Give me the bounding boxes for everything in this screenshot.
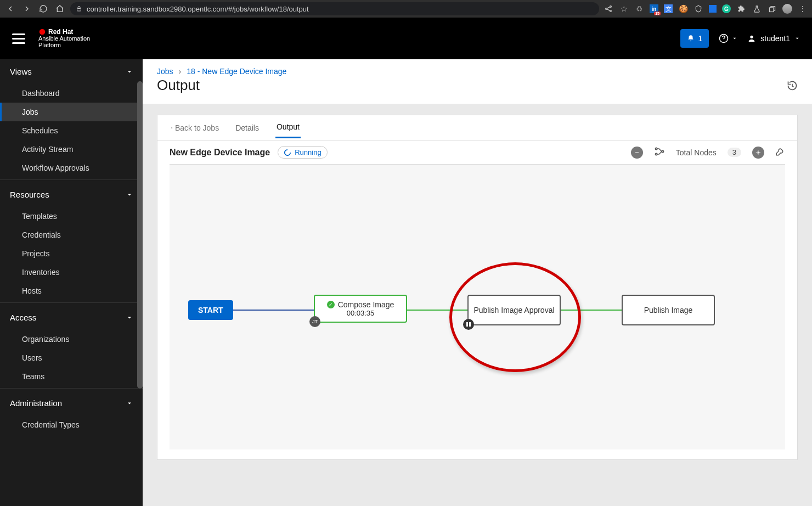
lock-icon (76, 5, 82, 12)
sidebar-item-inventories[interactable]: Inventories (0, 263, 143, 282)
sidebar-item-organizations[interactable]: Organizations (0, 330, 143, 348)
ext-translate-icon[interactable]: 文 (664, 4, 673, 13)
browser-chrome: controller.training.sandbox2980.opentlc.… (0, 0, 812, 18)
node-label: Publish Image (644, 306, 693, 314)
sidebar-scrollbar[interactable] (137, 81, 143, 389)
sidebar-section-views[interactable]: Views (0, 59, 143, 84)
workflow-node-compose-image[interactable]: ✓ Compose Image 00:03:35 JT (314, 295, 407, 323)
node-label: Publish Image Approval (473, 306, 554, 314)
breadcrumb-current[interactable]: 18 - New Edge Device Image (187, 67, 286, 76)
user-name: student1 (760, 34, 790, 43)
ext-cookie-icon[interactable]: 🍪 (678, 4, 688, 14)
back-to-jobs-link[interactable]: Back to Jobs (170, 123, 219, 132)
tab-details[interactable]: Details (234, 118, 260, 138)
compass-legend-icon[interactable] (752, 147, 764, 159)
tab-bar: Back to Jobs Details Output (157, 115, 797, 140)
svg-point-1 (606, 8, 607, 10)
browser-reload-icon[interactable] (37, 3, 49, 15)
sidebar-item-teams[interactable]: Teams (0, 367, 143, 386)
chevron-left-icon (170, 125, 174, 131)
spinner-icon (284, 149, 291, 156)
tools-wrench-icon[interactable] (775, 147, 785, 158)
sidebar-item-projects[interactable]: Projects (0, 244, 143, 263)
breadcrumb-jobs[interactable]: Jobs (157, 67, 173, 76)
workflow-node-publish-image[interactable]: Publish Image (622, 295, 715, 325)
labs-flask-icon[interactable] (752, 4, 762, 14)
extensions-puzzle-icon[interactable] (736, 4, 746, 14)
url-bar[interactable]: controller.training.sandbox2980.opentlc.… (70, 2, 599, 15)
svg-rect-8 (635, 152, 639, 153)
cancel-job-button[interactable] (631, 147, 643, 159)
svg-point-11 (662, 150, 663, 152)
window-restore-icon[interactable] (767, 4, 777, 14)
node-label: Compose Image (338, 300, 394, 309)
workflow-canvas[interactable]: START ✓ Compose Image 00:03:35 JT Publis… (170, 164, 785, 449)
workflow-start-node[interactable]: START (188, 300, 233, 320)
sidebar-section-label: Administration (10, 398, 62, 408)
sidebar-section-access[interactable]: Access (0, 305, 143, 330)
chevron-down-icon (126, 314, 133, 321)
ext-shield-icon[interactable] (693, 4, 703, 14)
ext-blue-square-icon[interactable] (709, 5, 717, 13)
help-menu[interactable] (719, 33, 737, 43)
browser-extension-icons: ☆ ♻ in15 文 🍪 G ⋮ (604, 4, 808, 14)
user-menu[interactable]: student1 (747, 34, 800, 43)
brand-logo[interactable]: Red Hat Ansible Automation Platform (38, 28, 90, 48)
main-card: Back to Jobs Details Output New Edge Dev… (157, 115, 798, 460)
check-icon: ✓ (327, 301, 335, 308)
share-icon[interactable] (604, 4, 613, 14)
sidebar-item-users[interactable]: Users (0, 348, 143, 367)
browser-home-icon[interactable] (54, 3, 66, 15)
sidebar-toggle-icon[interactable] (12, 32, 25, 45)
chevron-right-icon: › (179, 67, 182, 76)
ext-recycle-icon[interactable]: ♻ (634, 4, 644, 14)
sidebar-section-label: Resources (10, 190, 49, 199)
sidebar-section-resources[interactable]: Resources (0, 182, 143, 207)
star-icon[interactable]: ☆ (619, 4, 629, 14)
sidebar-section-administration[interactable]: Administration (0, 391, 143, 415)
sidebar-item-hosts[interactable]: Hosts (0, 282, 143, 300)
tab-output[interactable]: Output (275, 117, 301, 138)
sidebar-item-workflow-approvals[interactable]: Workflow Approvals (0, 159, 143, 177)
sidebar-item-templates[interactable]: Templates (0, 207, 143, 226)
status-text: Running (295, 148, 321, 156)
ext-linkedin-icon[interactable]: in15 (650, 4, 658, 13)
pause-icon (463, 319, 474, 330)
svg-point-3 (610, 10, 612, 12)
bell-icon (687, 35, 695, 42)
sidebar-item-schedules[interactable]: Schedules (0, 121, 143, 140)
ext-grammarly-icon[interactable]: G (722, 4, 731, 13)
svg-point-5 (40, 29, 46, 35)
user-icon (747, 34, 756, 43)
help-icon (719, 33, 729, 43)
notification-button[interactable]: 1 (680, 29, 709, 48)
browser-menu-icon[interactable]: ⋮ (798, 4, 808, 14)
brand-hat-text: Red Hat (48, 29, 73, 36)
history-icon[interactable] (787, 80, 798, 94)
chevron-down-icon (126, 69, 133, 75)
profile-avatar-icon[interactable] (782, 4, 792, 14)
svg-point-10 (655, 153, 657, 155)
sidebar-item-activity-stream[interactable]: Activity Stream (0, 140, 143, 159)
content-area: Jobs › 18 - New Edge Device Image Output… (143, 59, 812, 506)
back-label: Back to Jobs (175, 123, 219, 132)
sidebar-item-dashboard[interactable]: Dashboard (0, 84, 143, 103)
browser-back-icon[interactable] (4, 3, 16, 15)
svg-rect-0 (77, 9, 81, 12)
sidebar-item-credentials[interactable]: Credentials (0, 226, 143, 244)
page-header: Jobs › 18 - New Edge Device Image Output (143, 59, 812, 104)
total-nodes-count: 3 (728, 148, 741, 157)
browser-forward-icon[interactable] (21, 3, 33, 15)
workflow-node-publish-image-approval[interactable]: Publish Image Approval (467, 295, 561, 325)
svg-point-2 (610, 6, 612, 8)
sidebar-item-credential-types[interactable]: Credential Types (0, 415, 143, 434)
sidebar-item-jobs[interactable]: Jobs (0, 103, 143, 121)
job-template-badge: JT (309, 316, 320, 327)
app-header: Red Hat Ansible Automation Platform 1 st… (0, 18, 812, 59)
chevron-down-icon (732, 36, 737, 41)
svg-point-9 (655, 148, 657, 149)
workflow-graph-icon[interactable] (654, 146, 665, 159)
output-toolbar: New Edge Device Image Running Total Node… (157, 140, 797, 162)
chevron-down-icon (126, 400, 133, 407)
redhat-icon (38, 28, 46, 36)
